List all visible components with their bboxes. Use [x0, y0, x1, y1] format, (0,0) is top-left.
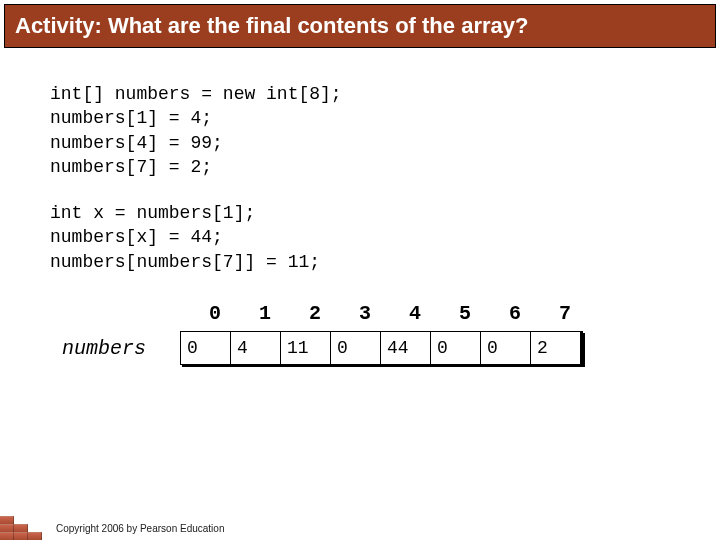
array-cell: 44 — [380, 331, 430, 365]
array-index: 5 — [440, 302, 490, 325]
code-block-1: int[] numbers = new int[8]; numbers[1] =… — [50, 82, 670, 179]
array-cell: 0 — [480, 331, 530, 365]
slide-content: int[] numbers = new int[8]; numbers[1] =… — [0, 52, 720, 365]
array-cells: 0 4 11 0 44 0 0 2 — [180, 331, 583, 365]
array-index-row: 0 1 2 3 4 5 6 7 — [190, 302, 670, 325]
brick-decoration-icon — [0, 516, 42, 540]
code-block-2: int x = numbers[1]; numbers[x] = 44; num… — [50, 201, 670, 274]
array-index: 0 — [190, 302, 240, 325]
copyright-text: Copyright 2006 by Pearson Education — [42, 523, 224, 540]
array-index: 7 — [540, 302, 590, 325]
array-index: 6 — [490, 302, 540, 325]
slide-title-bar: Activity: What are the final contents of… — [4, 4, 716, 48]
array-cell: 0 — [180, 331, 230, 365]
array-index: 3 — [340, 302, 390, 325]
array-cell: 2 — [530, 331, 580, 365]
array-label: numbers — [60, 337, 180, 360]
array-index: 4 — [390, 302, 440, 325]
slide-title: Activity: What are the final contents of… — [15, 13, 528, 38]
array-cell: 0 — [330, 331, 380, 365]
array-cell: 4 — [230, 331, 280, 365]
array-index: 1 — [240, 302, 290, 325]
slide-footer: Copyright 2006 by Pearson Education — [0, 516, 224, 540]
array-visualization: 0 1 2 3 4 5 6 7 numbers 0 4 11 0 44 0 0 … — [60, 302, 670, 365]
array-cell: 0 — [430, 331, 480, 365]
array-cell: 11 — [280, 331, 330, 365]
array-row: numbers 0 4 11 0 44 0 0 2 — [60, 331, 670, 365]
array-index: 2 — [290, 302, 340, 325]
